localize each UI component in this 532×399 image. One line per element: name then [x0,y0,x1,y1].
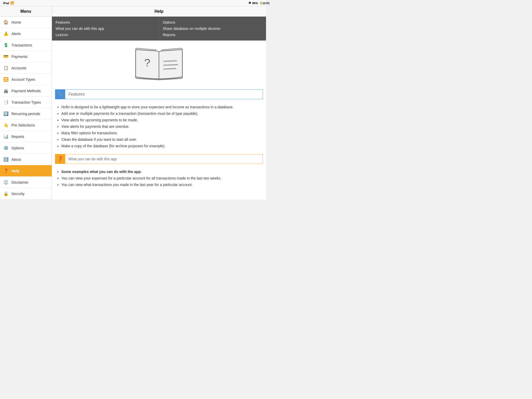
sidebar-icon-help: ❓ [3,168,9,174]
sidebar: 🏠 Home ⚠️ Alerts 💲 Transactions 💳 Paymen… [0,17,52,200]
feature-item: View alerts for upcoming payments to be … [61,117,262,123]
sidebar-label-help: Help [11,169,19,173]
menu-title: Menu [0,6,52,16]
sidebar-icon-payments: 💳 [3,54,9,59]
sidebar-item-security[interactable]: 🔒 Security [0,188,52,200]
sidebar-icon-about: ℹ️ [3,157,9,162]
sidebar-item-transaction-types[interactable]: 📑 Transaction Types [0,97,52,108]
sidebar-item-payment-methods[interactable]: 🖨️ Payment Methods [0,85,52,97]
sidebar-icon-transaction-types: 📑 [3,99,9,105]
features-icon-box: 📎 [55,89,65,99]
sidebar-label-reports: Reports [11,135,24,139]
features-body: Hofin is designed to be a lightweight ap… [52,101,266,152]
bluetooth-icon: ✱ [249,1,251,5]
features-section-header: 📎 Features [55,89,263,99]
sidebar-label-home: Home [11,20,21,24]
sidebar-icon-recurring-periods: 🔟 [3,111,9,117]
help-nav-col1: FeaturesWhat you can do with this appLex… [52,17,159,41]
sidebar-icon-account-types: 🔀 [3,77,9,82]
book-illustration: ? [52,41,266,87]
what-icon-box: ❓ [55,154,65,164]
sidebar-label-options: Options [11,146,24,150]
feature-item: Many filter options for transactions. [61,130,262,136]
time-display: 12:51 [262,2,266,5]
content-title: Help [52,9,266,14]
sidebar-item-home[interactable]: 🏠 Home [0,17,52,28]
ipad-label: iPad [3,2,9,5]
sidebar-icon-security: 🔒 [3,191,9,197]
sidebar-item-about[interactable]: ℹ️ About [0,154,52,165]
sidebar-label-pre-selections: Pre Selections [11,123,35,127]
what-icon: ❓ [57,156,63,162]
feature-item: View alerts for payments that are overdu… [61,124,262,129]
feature-item: Add one or multiple payments for a trans… [61,111,262,116]
sidebar-item-alerts[interactable]: ⚠️ Alerts [0,28,52,39]
sidebar-label-security: Security [11,192,25,196]
sidebar-item-options[interactable]: ⚙️ Options [0,142,52,154]
wifi-icon: 📶 [10,1,14,5]
sidebar-item-transactions[interactable]: 💲 Transactions [0,39,52,51]
sidebar-item-account-types[interactable]: 🔀 Account Types [0,74,52,85]
what-item: You can view your expenses for a particu… [61,176,262,181]
content-area: FeaturesWhat you can do with this appLex… [52,17,266,200]
svg-line-2 [164,61,177,61]
what-item: Some examples what you can do with the a… [61,169,262,175]
sidebar-item-pre-selections[interactable]: 👆 Pre Selections [0,119,52,131]
feature-item: Clean the database if you want to start … [61,137,262,142]
sidebar-item-recurring-periods[interactable]: 🔟 Recurring periods [0,108,52,119]
sidebar-item-help[interactable]: ❓ Help [0,165,52,177]
sidebar-label-payment-methods: Payment Methods [11,89,41,93]
what-item: You can view what transactions you made … [61,182,262,188]
sidebar-item-accounts[interactable]: 📋 Accounts [0,62,52,74]
sidebar-label-payments: Payments [11,55,28,59]
sidebar-icon-home: 🏠 [3,19,9,25]
help-nav-link[interactable]: Features [56,19,155,25]
feature-item: Make a copy of the database (for archive… [61,143,262,149]
app-header: Menu Help [0,6,266,17]
sidebar-icon-payment-methods: 🖨️ [3,88,9,94]
sidebar-label-disclaimer: Disclaimer [11,180,28,184]
sidebar-icon-transactions: 💲 [3,42,9,48]
help-nav-link[interactable]: Share database on multiple devices [163,25,263,32]
sidebar-item-reports[interactable]: 📊 Reports [0,131,52,142]
status-bar: iPad 📶 12:51 ✱ 86% 🔋 [0,0,266,6]
help-nav-link[interactable]: Options [163,19,263,25]
sidebar-icon-alerts: ⚠️ [3,31,9,37]
sidebar-label-transactions: Transactions [11,43,32,47]
sidebar-icon-disclaimer: ⚖️ [3,179,9,185]
sidebar-label-transaction-types: Transaction Types [11,100,41,104]
sidebar-icon-pre-selections: 👆 [3,122,9,128]
sidebar-label-recurring-periods: Recurring periods [11,112,40,116]
what-list: Some examples what you can do with the a… [56,169,262,188]
battery-percent: 86% [252,2,258,5]
sidebar-label-account-types: Account Types [11,77,35,82]
help-nav-col2: OptionsShare database on multiple device… [159,17,266,41]
what-section-header: ❓ What you can do with this app [55,154,263,164]
sidebar-label-alerts: Alerts [11,32,21,36]
help-nav-link[interactable]: What you can do with this app [56,25,155,32]
sidebar-label-about: About [11,157,21,162]
help-nav-link[interactable]: Reports [163,32,263,38]
features-title: Features [65,92,88,97]
sidebar-icon-accounts: 📋 [3,65,9,71]
features-list: Hofin is designed to be a lightweight ap… [56,104,262,149]
svg-line-3 [164,65,178,65]
svg-line-4 [164,69,176,69]
sidebar-icon-options: ⚙️ [3,145,9,151]
help-nav-link[interactable]: Lexicon [56,32,155,38]
features-icon: 📎 [57,91,63,97]
sidebar-item-payments[interactable]: 💳 Payments [0,51,52,62]
what-body: Some examples what you can do with the a… [52,166,266,191]
svg-text:?: ? [144,57,150,69]
main-layout: 🏠 Home ⚠️ Alerts 💲 Transactions 💳 Paymen… [0,17,266,200]
help-nav: FeaturesWhat you can do with this appLex… [52,17,266,41]
sidebar-label-accounts: Accounts [11,66,26,70]
sidebar-icon-reports: 📊 [3,134,9,139]
feature-item: Hofin is designed to be a lightweight ap… [61,104,262,110]
what-title: What you can do with this app [65,157,120,161]
sidebar-item-disclaimer[interactable]: ⚖️ Disclaimer [0,177,52,188]
